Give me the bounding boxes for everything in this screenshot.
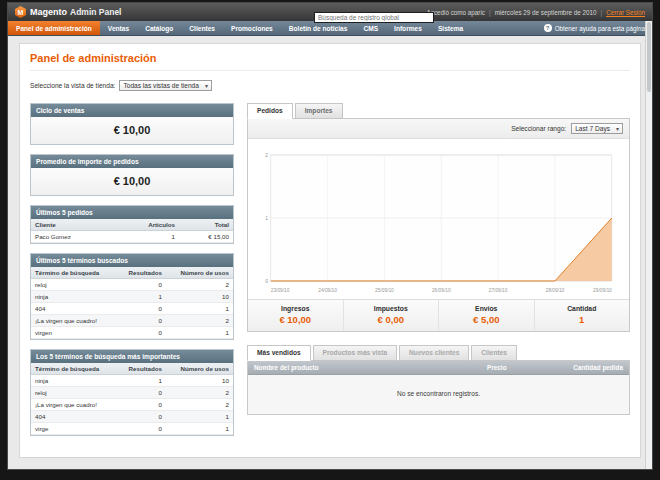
nav-item-clientes[interactable]: Clientes [181,21,223,35]
store-view-select[interactable]: Todas las vistas de tienda ▾ [119,80,212,91]
column-header: Total [179,219,233,231]
scrollbar-thumb[interactable] [647,22,651,92]
nav-item-cat-logo[interactable]: Catálogo [137,21,181,35]
panel-title: Promedio de importe de pedidos [31,155,233,168]
table-cell: 0 [117,327,166,339]
panel-sales-cycle: Ciclo de ventas € 10,00 [30,103,234,145]
table-cell: virgen [31,327,117,339]
panel-title: Los 5 términos de búsqueda más important… [31,350,233,363]
nav-item-ventas[interactable]: Ventas [100,21,137,35]
help-icon: ? [544,24,552,32]
table-cell: reloj [31,387,117,399]
table-cell: virge [31,423,117,435]
svg-text:28/09/10: 28/09/10 [546,287,565,293]
table-header-row: Término de búsquedaResultadosNúmero de u… [31,267,233,279]
stat-label: Envíos [439,305,534,312]
table-cell: 1 [166,411,233,423]
tab-productos-m-s-vista[interactable]: Productos más vista [313,345,398,361]
table-cell: 0 [117,303,166,315]
table-row: reloj02 [31,279,233,291]
table-cell: 404 [31,411,117,423]
average-order-value: € 10,00 [31,168,233,195]
brand-suffix: Admin Panel [70,7,121,17]
column-header: Resultados [117,267,166,279]
column-header: Término de búsqueda [31,363,117,375]
nav-item-sistema[interactable]: Sistema [430,21,471,35]
logged-in-as-text: Accedió como aparic [427,9,485,16]
column-header-product: Nombre del producto [248,361,481,374]
store-view-value: Todas las vistas de tienda [123,82,199,89]
column-header: Resultados [117,363,166,375]
table-cell: 2 [166,315,233,327]
magento-logo-icon: M [15,6,26,18]
table-cell: 1 [166,327,233,339]
page-area: Panel de administración Seleccione la vi… [8,36,652,468]
svg-text:23/09/10: 23/09/10 [271,287,290,293]
global-search [314,6,434,24]
table-row: virgen01 [31,327,233,339]
stat-label: Impuestos [344,305,439,312]
logout-link[interactable]: Cerrar Sesión [606,9,645,16]
tab-m-s-vendidos[interactable]: Más vendidos [247,345,311,361]
stat-cantidad: Cantidad1 [534,300,630,331]
range-select[interactable]: Last 7 Days ▾ [571,123,623,134]
separator: | [489,9,491,16]
panel-last-orders: Últimos 5 pedidos ClienteArtículosTotalP… [30,205,234,244]
svg-text:1: 1 [265,215,268,221]
table-cell: ¡La virgen que cuadro! [31,399,117,411]
range-value: Last 7 Days [575,125,610,132]
left-column: Ciclo de ventas € 10,00 Promedio de impo… [30,103,234,445]
grid-header-row: Nombre del producto Precio Cantidad pedi… [248,361,629,375]
stat-label: Ingresos [248,305,343,312]
table-cell: 0 [117,423,166,435]
current-date-text: miércoles 29 de septiembre de 2010 [495,9,597,16]
tab-pedidos[interactable]: Pedidos [247,103,293,119]
brand-name: Magento [30,7,67,17]
table-row: ninja110 [31,291,233,303]
top-search-table: Término de búsquedaResultadosNúmero de u… [31,363,233,435]
table-cell: 0 [117,315,166,327]
separator: | [601,9,603,16]
tab-nuevos-clientes[interactable]: Nuevos clientes [399,345,469,361]
table-cell: ninja [31,291,117,303]
nav-item-panel-de-administraci-n[interactable]: Panel de administración [8,21,100,35]
table-cell: 1 [117,375,166,387]
stat-value: € 0,00 [344,314,439,325]
table-cell: 0 [117,399,166,411]
stat-value: € 10,00 [248,314,343,325]
svg-text:0: 0 [265,278,268,284]
svg-text:27/09/10: 27/09/10 [489,287,508,293]
panel-title: Últimos 5 pedidos [31,206,233,219]
right-column: PedidosImportes Seleccionar rango: Last … [247,103,630,415]
svg-text:26/09/10: 26/09/10 [432,287,451,293]
table-row: reloj02 [31,387,233,399]
global-search-input[interactable] [314,12,434,23]
column-header: Artículos [113,219,179,231]
tab-clientes[interactable]: Clientes [471,345,517,361]
table-cell: 0 [117,411,166,423]
table-header-row: ClienteArtículosTotal [31,219,233,231]
table-cell: 0 [117,279,166,291]
table-cell: 1 [117,291,166,303]
tab-importes[interactable]: Importes [295,103,343,119]
sales-total-value: € 10,00 [31,117,233,144]
stat-label: Cantidad [535,305,630,312]
grid-tabs: Más vendidosProductos más vistaNuevos cl… [247,345,630,361]
orders-chart: 01223/09/1024/09/1025/09/1026/09/1027/09… [248,139,629,299]
scrollbar[interactable] [645,21,652,469]
grids-section: Más vendidosProductos más vistaNuevos cl… [247,345,630,415]
chart-tabs: PedidosImportes [247,103,630,119]
stat-ingresos: Ingresos€ 10,00 [248,300,343,331]
panel-average-order: Promedio de importe de pedidos € 10,00 [30,154,234,196]
stat-value: € 5,00 [439,314,534,325]
svg-text:29/09/10: 29/09/10 [593,287,612,293]
table-cell: 1 [166,303,233,315]
nav-item-promociones[interactable]: Promociones [223,21,281,35]
column-header: Cliente [31,219,113,231]
table-row: 40401 [31,411,233,423]
page-help-link[interactable]: ? Obtener ayuda para esta página [544,21,652,35]
range-label: Seleccionar rango: [511,125,566,132]
column-header-price: Precio [481,361,545,374]
table-cell: € 15,00 [179,231,233,243]
table-row: virge01 [31,423,233,435]
